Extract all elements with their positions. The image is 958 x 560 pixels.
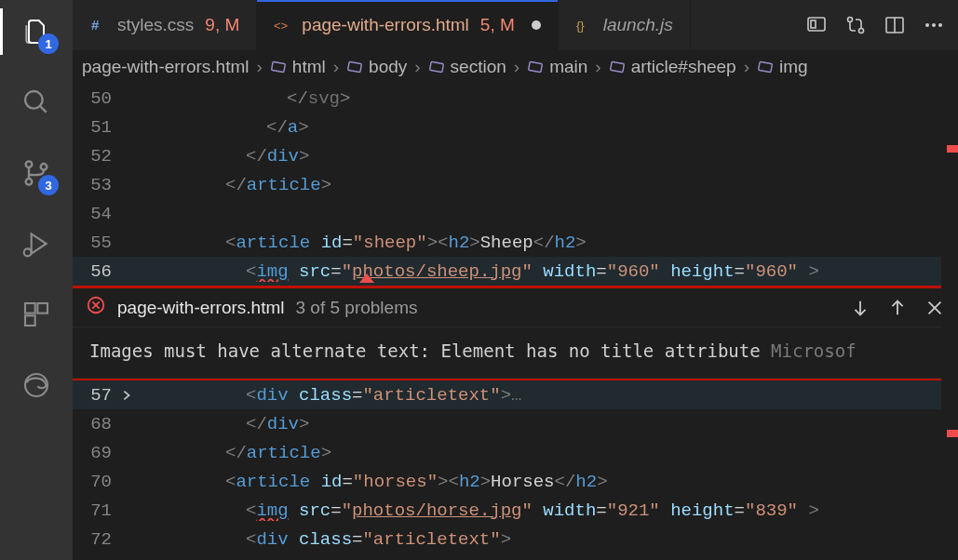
tab-styles-css[interactable]: # styles.css 9, M	[73, 0, 257, 50]
line-number: 57	[73, 385, 138, 406]
svg-line-1	[40, 106, 47, 113]
code-content: <img src="photos/horse.jpg" width="921" …	[184, 500, 958, 521]
activity-explorer[interactable]: 1	[18, 13, 55, 50]
svg-point-3	[26, 179, 33, 185]
symbol-icon	[428, 59, 445, 75]
chevron-right-icon: ›	[514, 57, 519, 77]
explorer-badge: 1	[38, 33, 59, 54]
breadcrumb-segment[interactable]: html	[270, 57, 326, 77]
scm-badge: 3	[38, 175, 59, 195]
next-problem-button[interactable]	[850, 298, 870, 318]
extensions-icon	[21, 300, 51, 329]
search-icon	[21, 87, 51, 117]
line-number: 53	[73, 175, 138, 195]
activity-run-debug[interactable]	[18, 225, 55, 262]
code-line[interactable]: 54	[73, 199, 958, 228]
code-line[interactable]: 55<article id="sheep"><h2>Sheep</h2>	[73, 228, 958, 257]
chevron-right-icon: ›	[744, 57, 749, 77]
svg-rect-27	[610, 61, 624, 72]
svg-rect-24	[348, 61, 362, 72]
svg-point-21	[932, 23, 936, 27]
activity-bar: 1 3	[0, 0, 73, 560]
tab-bar: # styles.css 9, M <> page-with-errors.ht…	[73, 0, 958, 50]
svg-text:#: #	[91, 17, 100, 33]
activity-source-control[interactable]: 3	[18, 154, 55, 192]
symbol-icon	[757, 59, 774, 75]
tab-launch-js[interactable]: {} launch.js	[559, 0, 691, 50]
code-lines-top: 50</svg>51</a>52</div>53</article>5455<a…	[73, 84, 958, 286]
breadcrumb-segment[interactable]: main	[527, 57, 587, 77]
edge-devtools-icon[interactable]	[805, 14, 828, 36]
activity-edge-tools[interactable]	[18, 367, 55, 404]
chevron-right-icon: ›	[595, 57, 600, 77]
peek-message: Images must have alternate text: Element…	[73, 327, 958, 379]
tab-label: launch.js	[603, 15, 673, 35]
line-number: 70	[73, 472, 138, 492]
code-content: <img src="photos/sheep.jpg" width="960" …	[184, 261, 958, 282]
svg-point-16	[848, 18, 853, 22]
peek-header: page-with-errors.html 3 of 5 problems	[73, 288, 958, 327]
breadcrumb-segment[interactable]: img	[757, 57, 808, 77]
main-editor-group: # styles.css 9, M <> page-with-errors.ht…	[73, 0, 958, 560]
code-line[interactable]: 72<div class="articletext">	[73, 525, 958, 553]
code-line[interactable]: 50</svg>	[73, 84, 958, 113]
peek-counter: 3 of 5 problems	[296, 298, 418, 318]
line-number: 52	[73, 146, 138, 167]
split-editor-icon[interactable]	[884, 14, 906, 36]
svg-rect-9	[25, 315, 35, 326]
breadcrumb-segment[interactable]: section	[428, 57, 506, 77]
svg-point-17	[859, 29, 864, 33]
breadcrumb[interactable]: page-with-errors.html › html › body › se…	[73, 50, 958, 84]
css-file-icon: #	[89, 16, 108, 34]
code-line[interactable]: 53</article>	[73, 170, 958, 199]
code-line[interactable]: 68</div>	[73, 409, 958, 438]
code-content: </div>	[184, 146, 958, 167]
git-compare-icon[interactable]	[844, 14, 867, 36]
symbol-icon	[346, 59, 363, 75]
code-line[interactable]: 69</article>	[73, 438, 958, 467]
line-number: 51	[73, 117, 138, 138]
svg-marker-5	[32, 233, 47, 253]
tab-status: 9, M	[205, 15, 239, 35]
svg-rect-28	[759, 61, 773, 72]
code-line[interactable]: 71<img src="photos/horse.jpg" width="921…	[73, 496, 958, 525]
prev-problem-button[interactable]	[887, 298, 908, 318]
code-content: </svg>	[184, 88, 958, 109]
code-line[interactable]: 57<div class="articletext">…	[73, 380, 958, 409]
svg-point-4	[41, 164, 47, 170]
code-content: <article id="sheep"><h2>Sheep</h2>	[184, 233, 958, 253]
code-content: </a>	[184, 117, 958, 138]
chevron-right-icon: ›	[333, 57, 339, 77]
overview-ruler[interactable]	[941, 84, 958, 560]
breadcrumb-segment[interactable]: body	[346, 57, 407, 77]
breadcrumb-file[interactable]: page-with-errors.html	[82, 57, 250, 77]
line-number: 50	[73, 88, 138, 109]
symbol-icon	[609, 59, 626, 75]
code-line[interactable]: 70<article id="horses"><h2>Horses</h2>	[73, 467, 958, 496]
chevron-right-icon: ›	[257, 57, 263, 77]
tab-label: page-with-errors.html	[302, 15, 469, 35]
error-mark-icon	[947, 430, 958, 437]
code-content: <div class="articletext">	[184, 529, 958, 550]
json-file-icon: {}	[575, 16, 594, 34]
debug-icon	[21, 229, 51, 259]
line-number: 71	[73, 500, 138, 521]
activity-extensions[interactable]	[18, 296, 55, 333]
fold-chevron-icon[interactable]	[119, 388, 134, 403]
svg-rect-23	[271, 61, 285, 72]
line-number: 56	[73, 261, 138, 282]
breadcrumb-segment[interactable]: article#sheep	[609, 57, 736, 77]
svg-rect-8	[37, 303, 47, 313]
svg-rect-26	[529, 61, 543, 72]
error-marker-icon	[359, 273, 374, 283]
code-line[interactable]: 52</div>	[73, 141, 958, 170]
more-actions-icon[interactable]	[923, 14, 945, 36]
svg-rect-7	[25, 303, 35, 313]
activity-search[interactable]	[18, 84, 55, 121]
code-editor[interactable]: 50</svg>51</a>52</div>53</article>5455<a…	[73, 84, 958, 560]
line-number: 55	[73, 233, 138, 253]
code-line[interactable]: 56<img src="photos/sheep.jpg" width="960…	[73, 257, 958, 286]
line-number: 68	[73, 414, 138, 434]
code-line[interactable]: 51</a>	[73, 113, 958, 141]
tab-page-with-errors[interactable]: <> page-with-errors.html 5, M	[257, 0, 558, 50]
